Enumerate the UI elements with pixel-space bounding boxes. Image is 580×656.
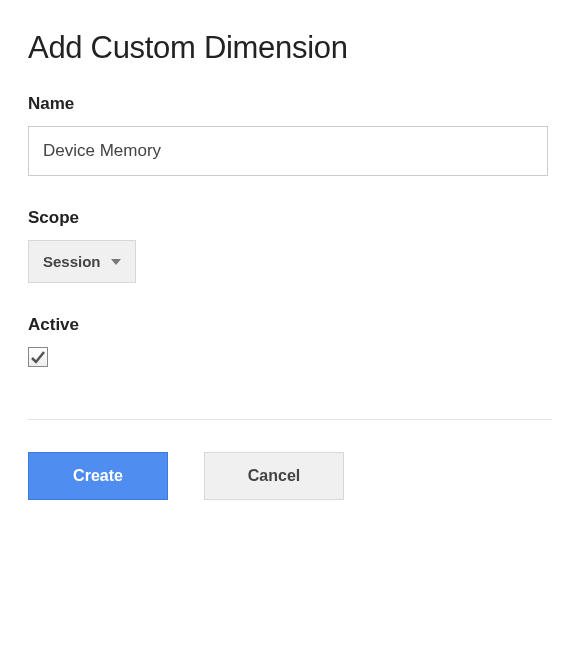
create-button[interactable]: Create — [28, 452, 168, 500]
scope-dropdown[interactable]: Session — [28, 240, 136, 283]
active-label: Active — [28, 315, 552, 335]
chevron-down-icon — [111, 259, 121, 265]
name-label: Name — [28, 94, 552, 114]
active-checkbox[interactable] — [28, 347, 48, 367]
cancel-button[interactable]: Cancel — [204, 452, 344, 500]
name-input[interactable] — [28, 126, 548, 176]
divider — [28, 419, 552, 420]
scope-label: Scope — [28, 208, 552, 228]
name-field-group: Name — [28, 94, 552, 176]
scope-dropdown-selected: Session — [43, 253, 101, 270]
checkmark-icon — [30, 349, 46, 365]
button-row: Create Cancel — [28, 452, 552, 500]
page-title: Add Custom Dimension — [28, 30, 552, 66]
active-field-group: Active — [28, 315, 552, 369]
scope-field-group: Scope Session — [28, 208, 552, 283]
